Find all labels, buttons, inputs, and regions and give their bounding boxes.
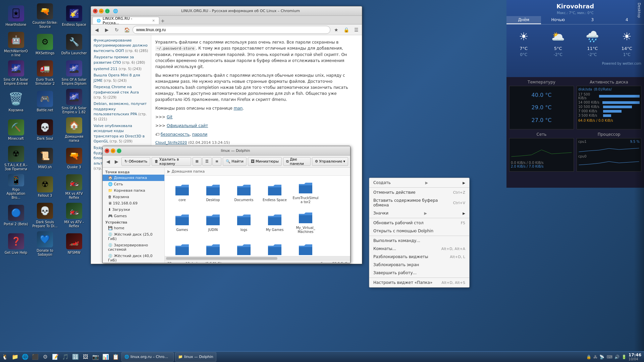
icon-css[interactable]: 🔫 Counter-Strike: Source bbox=[31, 2, 59, 30]
taskbar-browser-btn[interactable]: 🌐 bbox=[20, 352, 30, 362]
icon-battlenet[interactable]: 🎮 Battle.net bbox=[31, 87, 59, 116]
icon-mxatv2[interactable]: 🏍️ MX vs ATV - Reflex bbox=[60, 201, 88, 230]
taskbar-tray-network[interactable]: 🖧 bbox=[593, 355, 597, 359]
fm-device-reserved[interactable]: 💿 Зарезервировано системой bbox=[103, 242, 164, 253]
browser-refresh-security-btn[interactable]: 🔒 bbox=[342, 25, 351, 34]
sidebar-link-2[interactable]: Лауреаты премии за развитие СПО (стр. 6)… bbox=[94, 55, 148, 65]
weather-tab-3[interactable]: 3 bbox=[575, 16, 610, 24]
icon-sins-v182[interactable]: 🌌 Sins Of A Solar Empire.v 1.82 bbox=[60, 87, 88, 116]
sidebar-link-3[interactable]: systemd 211 (стр. 5) (243) bbox=[94, 66, 148, 71]
context-menu-run-cmd[interactable]: Выполнить команду... bbox=[369, 237, 469, 245]
fm-file-vboxvms[interactable]: VirtualBox VMs bbox=[229, 238, 259, 256]
browser-link-git[interactable]: Git bbox=[167, 115, 172, 119]
taskbar-terminal-btn[interactable]: ⬛ bbox=[30, 352, 40, 362]
browser-link-site[interactable]: Официальный сайт bbox=[167, 123, 208, 128]
sidebar-link-1[interactable]: Функционирование программирование должно… bbox=[94, 38, 148, 53]
taskbar-monitor-btn[interactable]: 📊 bbox=[101, 352, 111, 362]
icon-mechwarrior[interactable]: 🤖 MechWarriorOn line bbox=[2, 30, 30, 59]
fm-icons-view-btn[interactable]: ⊞ bbox=[193, 157, 202, 166]
fm-file-judin[interactable]: JUDIN bbox=[198, 208, 228, 237]
sidebar-link-7[interactable]: Valve опубликовала исходные коды трансля… bbox=[94, 123, 148, 144]
fm-forward-btn[interactable]: ▶ bbox=[113, 157, 120, 166]
icon-mxatv[interactable]: 🏍️ MX vs ATV Reflex bbox=[60, 173, 88, 201]
fm-device-hdd40[interactable]: 💿 Жёсткий диск (40,0 ГиБ) bbox=[103, 253, 164, 263]
browser-home-btn[interactable]: 🏠 bbox=[122, 25, 131, 34]
browser-min-btn[interactable]: − bbox=[99, 9, 104, 13]
taskbar-tray-battery[interactable]: 🔋 bbox=[622, 355, 627, 359]
fm-device-hdd25[interactable]: 💿 Жёсткий диск (25,0 ГиБ) bbox=[103, 231, 164, 242]
context-menu-unlock-widgets[interactable]: Разблокировать виджеты Alt+D, L bbox=[369, 253, 469, 261]
sidebar-link-6[interactable]: Debian, возможно, получит поддержку поль… bbox=[94, 101, 148, 122]
browser-author[interactable]: Cloud_Strife2020 bbox=[155, 140, 187, 145]
fm-panels-btn[interactable]: ⧉ Две панели bbox=[283, 157, 311, 166]
browser-address-bar[interactable] bbox=[132, 26, 330, 34]
icon-donate[interactable]: 💙 Donate to Sabayon bbox=[31, 230, 59, 258]
icon-fallout3[interactable]: ☢️ Fallout 3 bbox=[31, 173, 59, 201]
fm-delete-btn[interactable]: 🗑 Удалить в корзину bbox=[152, 157, 191, 166]
taskbar-tray-lock[interactable]: 🔒 bbox=[586, 355, 591, 359]
fm-file-vms[interactable]: My_Virtual_ Machines bbox=[291, 208, 320, 237]
fm-find-btn[interactable]: 🔍 Найти bbox=[223, 157, 247, 166]
browser-menu-btn[interactable]: ☰ bbox=[352, 25, 361, 34]
icon-sins-entre[interactable]: 🌌 Sins Of A Solar Empire.Entreé bbox=[2, 59, 30, 87]
context-menu-lock-screen[interactable]: Заблокировать экран bbox=[369, 261, 469, 269]
icon-minecraft[interactable]: ⛏️ Minecraft bbox=[2, 116, 30, 144]
context-menu-icons[interactable]: Значки ▶ bbox=[369, 209, 469, 217]
icon-homefolder[interactable]: 🏠 Домашняя папка bbox=[60, 116, 88, 144]
icon-rigo[interactable]: 📱 Rigo Application Bro... bbox=[2, 173, 30, 201]
fm-file-nbgi[interactable]: NBGI bbox=[167, 238, 197, 256]
browser-max-btn[interactable]: □ bbox=[105, 9, 110, 13]
filemanager-close-btn[interactable]: ✕ bbox=[105, 148, 109, 153]
fm-list-view-btn[interactable]: ☰ bbox=[202, 157, 212, 166]
taskbar-screenshot-btn[interactable]: 📷 bbox=[91, 352, 101, 362]
taskbar-app-browser[interactable]: 🌐 linux.org.ru – Chromium bbox=[121, 352, 174, 362]
taskbar-media-btn[interactable]: 🎵 bbox=[60, 352, 70, 362]
weather-tab-day[interactable]: Днём bbox=[506, 16, 541, 24]
fm-file-win[interactable]: Win bbox=[260, 238, 289, 256]
icon-dsfix[interactable]: 🔧 DsFix Launcher bbox=[60, 30, 88, 59]
context-menu-paste[interactable]: Вставить содержимое буфера обмена Ctrl+V bbox=[369, 196, 469, 209]
icon-hearthstone[interactable]: 🃏 Hearthstone bbox=[2, 2, 30, 30]
icon-darksouls[interactable]: 💀 Dark Souls Prepare To Di... bbox=[31, 201, 59, 230]
icon-mxsettings[interactable]: ⚙️ MXSettings bbox=[31, 30, 59, 59]
fm-back-btn[interactable]: ◀ bbox=[105, 157, 112, 166]
browser-bookmark-btn[interactable]: ★ bbox=[332, 25, 340, 34]
icon-getlivehelp[interactable]: ❓ Get Live Help bbox=[2, 230, 30, 258]
icon-stalker[interactable]: ☢️ S.T.A.L.K.E.R.- Зов Припяти bbox=[2, 144, 30, 173]
fm-sidebar-downloads[interactable]: ⬇ Загрузки bbox=[103, 206, 164, 213]
fm-refresh-btn[interactable]: ↻ Обновить bbox=[121, 157, 150, 166]
icon-portal2[interactable]: 🔵 Portal 2 (Beta) bbox=[2, 201, 30, 230]
context-menu-undo[interactable]: Отменить действие Ctrl+Z bbox=[369, 188, 469, 196]
fm-file-logs[interactable]: logs bbox=[229, 208, 259, 237]
taskbar-image-btn[interactable]: 🖼 bbox=[80, 352, 91, 362]
fm-sidebar-home[interactable]: 🏠 Домашняя папка bbox=[103, 175, 164, 181]
context-menu-refresh[interactable]: Обновить рабочий стол F5 bbox=[369, 219, 469, 227]
taskbar-calc-btn[interactable]: 🔢 bbox=[70, 352, 80, 362]
taskbar-texteditor-btn[interactable]: 📝 bbox=[50, 352, 60, 362]
fm-sidebar-network[interactable]: 🌐 Сеть bbox=[103, 181, 164, 187]
taskbar-tray-volume[interactable]: 🔊 bbox=[614, 355, 620, 359]
taskbar-app-dolphin[interactable]: 📁 linux — Dolphin bbox=[175, 352, 216, 362]
browser-tab-linux[interactable]: 🌐 LINUX.ORG.RU - Русска... ✕ bbox=[92, 17, 159, 24]
fm-file-eurotruck[interactable]: EuroTruckSimula tor2 bbox=[291, 178, 320, 207]
browser-tab-close[interactable]: ✕ bbox=[152, 19, 155, 22]
fm-scrollbar-horizontal[interactable] bbox=[165, 256, 350, 260]
fm-sidebar-games[interactable]: 🎮 Games bbox=[103, 213, 164, 219]
icon-eurotruck[interactable]: 🚛 Euro Truck Simulator 2 bbox=[31, 59, 59, 87]
taskbar-extra-btn[interactable]: 📋 bbox=[111, 352, 121, 362]
browser-tag-passwords[interactable]: пароли bbox=[192, 132, 208, 137]
browser-forward-btn[interactable]: ▶ bbox=[102, 25, 111, 34]
context-menu-create[interactable]: Создать ▶ bbox=[369, 179, 469, 187]
taskbar-tray-keyboard[interactable]: ⌨ bbox=[606, 355, 612, 359]
desktop-sidebar-label[interactable]: Desktop bbox=[637, 3, 641, 18]
context-menu-configure-folder[interactable]: Настроить виджет «Папка» Alt+D, Alt+S bbox=[369, 279, 469, 287]
taskbar-start-btn[interactable]: 🐧 bbox=[0, 352, 10, 362]
fm-sidebar-root[interactable]: 📁 Корневая папка bbox=[103, 187, 164, 194]
fm-file-qtracker[interactable]: Qtracker bbox=[198, 238, 228, 256]
icon-endless-desktop[interactable]: 🌠 Endless Space bbox=[60, 2, 88, 30]
icon-sins-diploma[interactable]: 🌌 Sins Of A Solar Empire.Diplom bbox=[60, 59, 88, 87]
fm-details-view-btn[interactable]: ≡ bbox=[212, 157, 221, 166]
taskbar-tray-wifi[interactable]: 📡 bbox=[599, 355, 604, 359]
new-tab-btn[interactable]: + bbox=[159, 17, 166, 24]
taskbar-files-btn[interactable]: 📁 bbox=[10, 352, 20, 362]
